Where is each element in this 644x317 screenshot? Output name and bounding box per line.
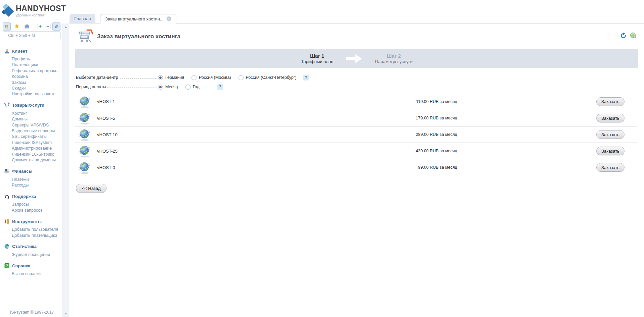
sidebar-section-title: Поддержка: [12, 194, 36, 199]
svg-text:?: ?: [6, 264, 8, 268]
globe-icon: [78, 111, 91, 125]
plan-name: vHOST-10: [97, 132, 118, 137]
sidebar-item-add-payer[interactable]: Добавить плательщика: [12, 233, 62, 239]
person-icon: [4, 48, 10, 54]
radio-icon[interactable]: [239, 75, 244, 80]
plan-price: 99.00 RUB за месяц: [418, 165, 458, 170]
plan-price: 289.00 RUB за месяц: [416, 132, 457, 137]
sidebar-section-client[interactable]: Клиент: [4, 48, 62, 54]
sidebar-item-profile[interactable]: Профиль: [12, 56, 62, 62]
sidebar-section-statistics[interactable]: Статистика: [4, 244, 62, 249]
search-input[interactable]: [8, 33, 60, 38]
sidebar-item-hosting[interactable]: Хостинг: [12, 111, 62, 116]
sidebar-item-visit-log[interactable]: Журнал посещений: [12, 252, 62, 258]
expand-all-button[interactable]: [38, 24, 43, 29]
sidebar-section-help[interactable]: ? Справка: [4, 263, 62, 268]
sidebar-section-support[interactable]: Поддержка: [4, 194, 62, 199]
tasks-button[interactable]: [23, 22, 31, 31]
radio-selected-icon[interactable]: [158, 75, 163, 80]
plan-row-vhost-1: vHOST-1 119.00 RUB за месяц Заказать: [75, 93, 637, 110]
step-2-title: Шаг 2: [375, 53, 413, 59]
sidebar-item-domains[interactable]: Домены: [12, 116, 62, 122]
scroll-up-icon[interactable]: [63, 25, 69, 29]
sidebar-section-tools[interactable]: Инструменты: [4, 219, 62, 224]
sidebar-menu: Клиент Профиль Плательщики Реферальная п…: [0, 43, 62, 277]
copyright: ISPsystem © 1997-2017: [10, 310, 54, 315]
sidebar-section-title: Клиент: [12, 49, 28, 54]
sidebar-item-bitrix[interactable]: Лицензии 1С-Битрикс: [12, 152, 62, 157]
order-button[interactable]: Заказать: [596, 130, 625, 139]
sidebar-section-title: Товары/Услуги: [12, 103, 44, 108]
page-actions: [620, 32, 637, 39]
sidebar-item-payers[interactable]: Плательщики: [12, 62, 62, 68]
tree-view-button[interactable]: [3, 22, 11, 31]
sidebar-item-domain-docs[interactable]: Документы на домены: [12, 157, 62, 163]
back-button[interactable]: << Назад: [76, 184, 106, 193]
logo-subtitle: удобный хостинг: [16, 13, 66, 17]
sidebar-section-products[interactable]: Товары/Услуги: [4, 103, 62, 108]
briefcase-icon: [24, 24, 30, 29]
plan-name: vHOST-25: [97, 149, 118, 154]
sidebar-section-finance[interactable]: Финансы: [4, 169, 62, 174]
globe-icon: [78, 128, 91, 141]
sidebar-item-orders[interactable]: Заказы: [12, 80, 62, 86]
radio-datacenter-spb[interactable]: Россия (Санкт-Петербург): [239, 75, 297, 80]
radio-icon[interactable]: [191, 75, 197, 80]
sidebar-item-referral[interactable]: Реферальная програм...: [12, 68, 62, 74]
sidebar-item-add-user[interactable]: Добавить пользователя: [12, 227, 62, 232]
tab-main[interactable]: Главная: [70, 14, 95, 23]
help-icon[interactable]: ?: [303, 75, 309, 81]
step-2: Шаг 2 Параметры услуги: [375, 53, 413, 64]
radio-selected-icon[interactable]: [158, 85, 163, 90]
sidebar-item-expenses[interactable]: Расходы: [12, 182, 62, 188]
radio-label[interactable]: Россия (Санкт-Петербург): [246, 75, 297, 80]
sidebar-item-cart[interactable]: Корзина: [12, 74, 62, 80]
pin-menu-button[interactable]: [52, 22, 60, 31]
order-button[interactable]: Заказать: [596, 147, 625, 155]
radio-icon[interactable]: [185, 85, 190, 90]
pin-icon: [54, 24, 59, 29]
tab-bar: Главная Заказ виртуального хостин...: [69, 0, 644, 23]
radio-label[interactable]: Россия (Москва): [199, 75, 231, 80]
radio-period-month[interactable]: Месяц: [158, 85, 178, 90]
help-icon[interactable]: ?: [217, 84, 223, 90]
sidebar-item-dedicated[interactable]: Выделенные серверы: [12, 128, 62, 134]
sidebar-item-tickets[interactable]: Запросы: [12, 202, 62, 207]
order-button[interactable]: Заказать: [596, 114, 625, 122]
permalink-button[interactable]: [630, 32, 637, 39]
scroll-down-icon[interactable]: [63, 312, 69, 315]
order-button[interactable]: Заказать: [596, 163, 625, 172]
radio-label[interactable]: Месяц: [165, 85, 178, 89]
headset-icon: [4, 194, 10, 199]
period-row: Период оплаты Месяц Год ?: [76, 84, 223, 90]
sidebar-item-call-help[interactable]: Вызов справки: [12, 271, 62, 277]
sidebar-item-isp-licenses[interactable]: Лицензии ISPsystem: [12, 140, 62, 146]
sidebar-scrollbar[interactable]: [62, 23, 69, 317]
refresh-button[interactable]: [620, 33, 627, 39]
sidebar-item-administration[interactable]: Администрирование: [12, 146, 62, 151]
favorites-button[interactable]: [13, 22, 21, 31]
radio-label[interactable]: Год: [193, 85, 200, 89]
plan-row-vhost-10: vHOST-10 289.00 RUB за месяц Заказать: [75, 126, 637, 143]
radio-period-year[interactable]: Год: [185, 85, 200, 90]
step-1: Шаг 1 Тарифный план: [301, 53, 333, 64]
close-icon[interactable]: [167, 16, 171, 21]
plan-name: vHOST-5: [97, 116, 115, 121]
sidebar-item-vps[interactable]: Серверы VPS/VDS: [12, 122, 62, 128]
sidebar-section-title: Финансы: [12, 169, 32, 174]
radio-label[interactable]: Германия: [165, 75, 184, 80]
sidebar-item-payments[interactable]: Платежи: [12, 177, 62, 182]
tab-order-hosting[interactable]: Заказ виртуального хостин...: [100, 14, 176, 23]
order-button[interactable]: Заказать: [596, 97, 625, 106]
sidebar-item-user-settings[interactable]: Настройки пользовате...: [12, 91, 62, 97]
radio-datacenter-moscow[interactable]: Россия (Москва): [191, 75, 231, 80]
sidebar-item-ssl[interactable]: SSL сертификаты: [12, 134, 62, 140]
sidebar-item-tickets-archive[interactable]: Архив запросов: [12, 208, 62, 213]
sidebar-item-discounts[interactable]: Скидки: [12, 86, 62, 91]
radio-datacenter-germany[interactable]: Германия: [158, 75, 184, 80]
collapse-all-button[interactable]: [45, 24, 50, 29]
plan-price: 119.00 RUB за месяц: [416, 99, 457, 104]
help-book-icon: ?: [4, 263, 10, 269]
handyhost-logo[interactable]: HANDYHOST удобный хостинг: [2, 3, 66, 18]
period-label: Период оплаты: [76, 85, 106, 89]
